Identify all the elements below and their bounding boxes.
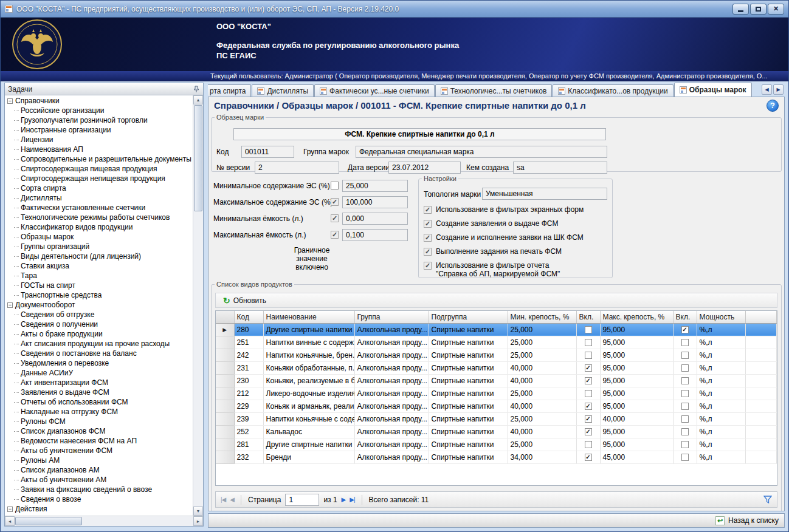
tree-item[interactable]: Спиртосодержащая непищевая продукция: [5, 174, 193, 183]
filter-icon[interactable]: [763, 496, 772, 503]
tree-item[interactable]: Спиртосодержащая пищевая продукция: [5, 164, 193, 174]
column-header[interactable]: Мин. крепость, %: [508, 311, 576, 323]
minimize-button[interactable]: [732, 4, 749, 15]
table-row[interactable]: 212Ликеро-водочные изделия...Алкогольная…: [216, 387, 777, 400]
table-row[interactable]: ▶280Другие спиртные напитки ...Алкогольн…: [216, 323, 777, 336]
max-on-checkbox[interactable]: [681, 377, 689, 384]
setting-checkbox[interactable]: ✓: [424, 234, 432, 242]
tree-item[interactable]: ГОСТы на спирт: [5, 281, 193, 290]
horizontal-scroll-thumb[interactable]: [15, 517, 82, 525]
tree-item[interactable]: Грузополучатели розничной торговли: [5, 115, 193, 125]
min-on-checkbox[interactable]: [585, 326, 592, 333]
tree-item[interactable]: Ставки акциза: [5, 261, 193, 271]
tree-item[interactable]: Группы организаций: [5, 242, 193, 251]
tree-item[interactable]: Сведения о получении: [5, 319, 193, 329]
limit-checkbox[interactable]: ✓: [331, 214, 339, 222]
table-row[interactable]: 229Коньяк и арманьяк, реали...Алкогольна…: [216, 400, 777, 412]
tree-item[interactable]: Технологические режимы работы счетчиков: [5, 213, 193, 222]
tree-item[interactable]: −Действия: [5, 504, 193, 514]
sidebar-horizontal-scrollbar[interactable]: ◄ ►: [5, 516, 203, 526]
setting-checkbox[interactable]: ✓: [424, 206, 432, 214]
tab-item[interactable]: Дистилляты: [252, 84, 314, 97]
min-on-checkbox[interactable]: [585, 441, 592, 448]
min-on-checkbox[interactable]: [585, 339, 592, 346]
max-on-checkbox[interactable]: [681, 441, 689, 448]
tree-item[interactable]: Транспортные средства: [5, 290, 193, 300]
tabs-scroll-left-button[interactable]: ◀: [762, 84, 772, 95]
scroll-right-icon[interactable]: ►: [193, 516, 203, 526]
table-row[interactable]: 242Напитки коньячные, брен...Алкогольная…: [216, 349, 777, 361]
tree-item[interactable]: Акт инвентаризации ФСМ: [5, 378, 193, 387]
tree-item[interactable]: Тара: [5, 271, 193, 281]
page-number-input[interactable]: 1: [285, 494, 319, 506]
column-header[interactable]: Вкл.: [576, 311, 600, 323]
tab-item[interactable]: Технологичес...ты счетчиков: [435, 84, 553, 97]
maximize-button[interactable]: [750, 4, 767, 15]
max-on-checkbox[interactable]: [681, 364, 689, 372]
tree-item[interactable]: Данные АСИиУ: [5, 368, 193, 378]
tree-item[interactable]: Список диапазонов ФСМ: [5, 426, 193, 436]
tree-item[interactable]: Акты об уничтожении АМ: [5, 475, 193, 485]
tree-item[interactable]: Сопроводительные и разрешительные докуме…: [5, 154, 193, 164]
collapse-icon[interactable]: −: [7, 98, 13, 104]
table-row[interactable]: 239Напитки коньячные с соде...Алкогольна…: [216, 412, 777, 425]
setting-checkbox[interactable]: ✓: [424, 248, 432, 256]
table-row[interactable]: 252КальвадосАлкогольная проду...Спиртные…: [216, 425, 777, 438]
min-on-checkbox[interactable]: ✓: [585, 415, 592, 423]
tree-item[interactable]: Классификатор видов продукции: [5, 222, 193, 232]
setting-checkbox[interactable]: ✓: [424, 262, 432, 270]
min-on-checkbox[interactable]: [585, 390, 592, 397]
tree-item[interactable]: Рулоны ФСМ: [5, 417, 193, 426]
limit-checkbox[interactable]: [331, 182, 339, 189]
scroll-down-icon[interactable]: ▼: [193, 506, 203, 516]
tree-item[interactable]: Образцы марок: [5, 232, 193, 242]
tree-item[interactable]: Сведения о ввозе: [5, 494, 193, 504]
tab-item[interactable]: Классификато...ов продукции: [553, 84, 673, 97]
column-header[interactable]: Вкл.: [673, 311, 697, 323]
tree-item[interactable]: Лицензии: [5, 135, 193, 145]
next-page-button[interactable]: ▶: [342, 496, 346, 503]
tree-item[interactable]: Акт списания продукции на прочие расходы: [5, 339, 193, 349]
min-on-checkbox[interactable]: ✓: [585, 377, 592, 384]
max-on-checkbox[interactable]: [681, 352, 689, 359]
setting-checkbox[interactable]: ✓: [424, 220, 432, 228]
min-on-checkbox[interactable]: ✓: [585, 454, 592, 461]
limit-checkbox[interactable]: ✓: [331, 231, 339, 239]
min-on-checkbox[interactable]: [585, 352, 592, 359]
tab-item[interactable]: рта спирта: [208, 84, 251, 97]
sidebar-vertical-scrollbar[interactable]: ▲ ▼: [193, 95, 203, 516]
tree-item[interactable]: Заявления о выдаче ФСМ: [5, 387, 193, 397]
max-on-checkbox[interactable]: [681, 428, 689, 435]
tree-item[interactable]: Российские организации: [5, 106, 193, 115]
table-row[interactable]: 251Напитки винные с содерж...Алкогольная…: [216, 336, 777, 349]
tree-item[interactable]: Уведомления о перевозке: [5, 358, 193, 368]
last-page-button[interactable]: ▶|: [350, 496, 354, 503]
tree-item[interactable]: Акты об уничтожении ФСМ: [5, 446, 193, 455]
tree-item[interactable]: Отчеты об использовании ФСМ: [5, 397, 193, 407]
min-on-checkbox[interactable]: ✓: [585, 403, 592, 410]
max-on-checkbox[interactable]: [681, 415, 689, 423]
column-header[interactable]: Группа: [354, 311, 429, 323]
tree-item[interactable]: Виды деятельности (для лицензий): [5, 251, 193, 261]
column-header[interactable]: Макс. крепость, %: [600, 311, 673, 323]
help-button[interactable]: ?: [767, 100, 779, 112]
table-row[interactable]: 232БрендиАлкогольная проду...Спиртные на…: [216, 451, 777, 463]
tabs-scroll-right-button[interactable]: ▶: [773, 84, 784, 95]
max-on-checkbox[interactable]: [681, 339, 689, 346]
column-header[interactable]: Код: [234, 311, 263, 323]
refresh-button[interactable]: ↻ Обновить: [218, 295, 271, 307]
tree-item[interactable]: Фактически установленные счетчики: [5, 203, 193, 213]
collapse-icon[interactable]: −: [7, 506, 13, 512]
tree-item[interactable]: Наименования АП: [5, 145, 193, 154]
table-row[interactable]: 230Коньяки, реализуемые в б...Алкогольна…: [216, 374, 777, 387]
close-button[interactable]: ✕: [768, 4, 784, 15]
tree-item[interactable]: Сведения об отгрузке: [5, 310, 193, 319]
max-on-checkbox[interactable]: [681, 454, 689, 461]
tree-item[interactable]: Акты о браке продукции: [5, 329, 193, 339]
scroll-left-icon[interactable]: ◄: [5, 516, 15, 526]
tree-item[interactable]: Рулоны АМ: [5, 455, 193, 465]
collapse-icon[interactable]: −: [7, 302, 13, 308]
tree-item[interactable]: Накладные на отгрузку ФСМ: [5, 407, 193, 417]
tree-item[interactable]: Сорта спирта: [5, 183, 193, 193]
tree-item[interactable]: Дистилляты: [5, 193, 193, 203]
